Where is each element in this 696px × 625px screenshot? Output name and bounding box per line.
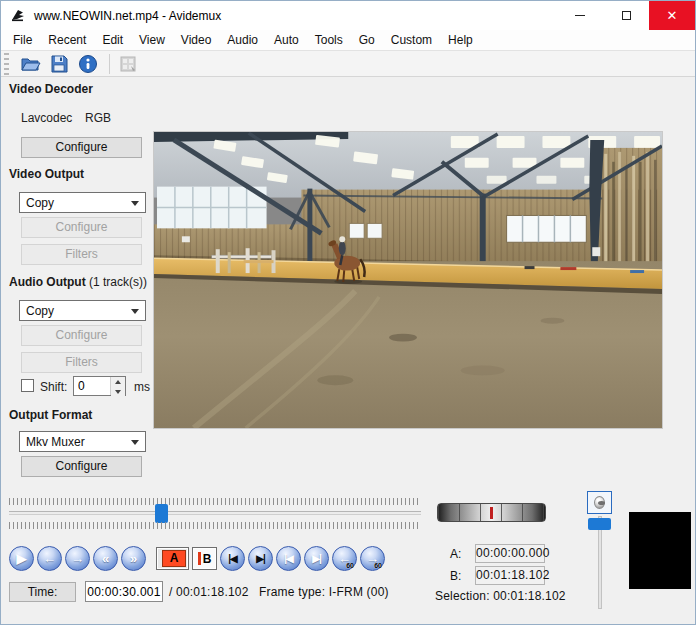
shift-unit-label: ms xyxy=(134,380,150,394)
video-output-value: Copy xyxy=(26,196,54,210)
shift-label: Shift: xyxy=(40,380,67,394)
next-keyframe-icon: » xyxy=(122,547,145,570)
app-icon xyxy=(10,7,27,24)
menu-view[interactable]: View xyxy=(131,33,173,47)
menu-file[interactable]: File xyxy=(5,33,40,47)
minimize-button[interactable] xyxy=(557,1,603,30)
menu-auto[interactable]: Auto xyxy=(266,33,307,47)
previous-black-frame-button[interactable]: |◀ xyxy=(276,546,301,571)
first-frame-button[interactable]: |◀ xyxy=(220,546,245,571)
previous-frame-icon: ← xyxy=(38,547,61,570)
duration-text: / 00:01:18.102 xyxy=(169,585,249,599)
previous-keyframe-button[interactable]: « xyxy=(93,546,118,571)
menu-bar: FileRecentEditViewVideoAudioAutoToolsGoC… xyxy=(1,30,695,50)
time-button[interactable]: Time: xyxy=(9,582,76,602)
open-video-icon[interactable] xyxy=(17,52,43,76)
save-video-icon[interactable] xyxy=(46,52,72,76)
set-marker-a-button[interactable]: A xyxy=(156,547,189,570)
video-output-select[interactable]: Copy xyxy=(19,192,146,213)
audio-output-heading: Audio Output (1 track(s)) xyxy=(9,275,147,289)
close-button[interactable]: ✕ xyxy=(649,1,695,30)
marker-b-label: B: xyxy=(450,569,461,583)
video-output-filters-button: Filters xyxy=(21,244,142,265)
set-marker-b-button[interactable]: B xyxy=(192,547,217,570)
video-decoder-codec: Lavcodec xyxy=(21,111,72,125)
frame-type-text: Frame type: I-FRM (00) xyxy=(259,585,389,599)
title-bar: www.NEOWIN.net.mp4 - Avidemux ✕ xyxy=(1,1,695,30)
audio-output-value: Copy xyxy=(26,304,54,318)
play-icon: ▶ xyxy=(10,547,33,570)
maximize-icon xyxy=(622,11,631,20)
audio-output-filters-button: Filters xyxy=(21,352,142,373)
audio-meter-display xyxy=(629,512,691,589)
video-output-configure-button: Configure xyxy=(21,217,142,238)
menu-audio[interactable]: Audio xyxy=(219,33,266,47)
menu-edit[interactable]: Edit xyxy=(94,33,131,47)
output-format-heading: Output Format xyxy=(9,408,92,422)
timeline-handle[interactable] xyxy=(155,504,168,523)
close-icon: ✕ xyxy=(667,1,678,30)
timeline-ticks-bottom xyxy=(9,522,421,529)
video-decoder-heading: Video Decoder xyxy=(9,82,93,96)
menu-recent[interactable]: Recent xyxy=(40,33,94,47)
set-marker-a-icon: A xyxy=(162,550,186,567)
toolbar-grip[interactable] xyxy=(4,53,9,75)
volume-slider-handle[interactable] xyxy=(588,518,611,530)
chevron-down-icon xyxy=(131,440,139,449)
shift-spin-buttons xyxy=(110,377,125,395)
previous-frame-button[interactable]: ← xyxy=(37,546,62,571)
output-format-value: Mkv Muxer xyxy=(26,435,85,449)
back-one-minute-button[interactable]: ←60 xyxy=(332,546,357,571)
play-button[interactable]: ▶ xyxy=(9,546,34,571)
menu-go[interactable]: Go xyxy=(351,33,383,47)
toolbar-separator xyxy=(109,54,110,74)
speaker-icon xyxy=(594,496,605,509)
shuttle-center-mark xyxy=(490,507,493,519)
video-decoder-mode: RGB xyxy=(85,111,111,125)
spin-down-icon[interactable] xyxy=(111,387,125,397)
output-format-select[interactable]: Mkv Muxer xyxy=(19,431,146,452)
spin-up-icon[interactable] xyxy=(111,377,125,387)
timeline[interactable] xyxy=(9,496,421,530)
minimize-icon xyxy=(575,15,585,16)
audio-output-configure-button: Configure xyxy=(21,325,142,346)
set-marker-b-icon: B xyxy=(193,548,216,569)
video-preview xyxy=(153,131,663,429)
output-format-configure-button[interactable]: Configure xyxy=(21,456,142,477)
mute-button[interactable] xyxy=(587,491,612,514)
sixty-seconds-badge: 60 xyxy=(346,562,354,569)
timeline-track[interactable] xyxy=(9,511,421,515)
last-frame-icon: ▶| xyxy=(249,547,272,570)
marker-b-field[interactable]: 00:01:18.102 xyxy=(475,566,545,585)
previous-black-frame-icon: |◀ xyxy=(277,547,300,570)
menu-custom[interactable]: Custom xyxy=(383,33,440,47)
video-decoder-configure-button[interactable]: Configure xyxy=(21,137,142,158)
next-frame-button[interactable]: → xyxy=(65,546,90,571)
shift-checkbox[interactable] xyxy=(21,379,34,392)
shift-input[interactable] xyxy=(74,377,110,395)
menu-tools[interactable]: Tools xyxy=(307,33,351,47)
sixty-seconds-badge: 60 xyxy=(374,562,382,569)
information-icon[interactable] xyxy=(75,52,101,76)
shuttle-wheel[interactable] xyxy=(437,503,546,522)
next-keyframe-button[interactable]: » xyxy=(121,546,146,571)
previous-keyframe-icon: « xyxy=(94,547,117,570)
shift-spinbox xyxy=(73,376,126,396)
next-black-frame-button[interactable]: ▶| xyxy=(304,546,329,571)
menu-help[interactable]: Help xyxy=(440,33,481,47)
maximize-button[interactable] xyxy=(603,1,649,30)
avidemux-window: www.NEOWIN.net.mp4 - Avidemux ✕ FileRece… xyxy=(0,0,696,625)
append-video-icon xyxy=(115,52,141,76)
chevron-down-icon xyxy=(131,309,139,318)
toolbar xyxy=(1,50,695,77)
audio-output-select[interactable]: Copy xyxy=(19,300,146,321)
menu-video[interactable]: Video xyxy=(173,33,219,47)
selection-text: Selection: 00:01:18.102 xyxy=(435,589,566,603)
transport-controls: ▶←→«»AB|◀▶||◀▶|←60→60 xyxy=(9,545,388,572)
time-input[interactable] xyxy=(85,581,163,602)
toolbar-icons xyxy=(17,52,144,76)
last-frame-button[interactable]: ▶| xyxy=(248,546,273,571)
marker-a-field[interactable]: 00:00:00.000 xyxy=(475,544,545,563)
first-frame-icon: |◀ xyxy=(221,547,244,570)
forward-one-minute-button[interactable]: →60 xyxy=(360,546,385,571)
